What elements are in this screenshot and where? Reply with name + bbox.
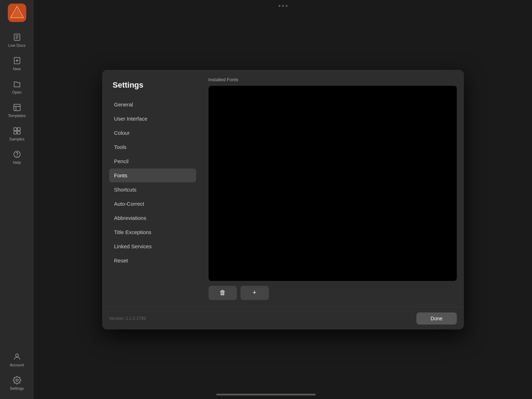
dot-2 bbox=[282, 5, 284, 7]
svg-point-20 bbox=[16, 379, 18, 381]
settings-nav-title-exceptions[interactable]: Title Exceptions bbox=[109, 225, 196, 239]
settings-nav-pencil[interactable]: Pencil bbox=[109, 154, 196, 168]
sidebar-item-open[interactable]: Open bbox=[3, 76, 31, 98]
plus-icon: + bbox=[253, 289, 256, 297]
delete-font-button[interactable]: 🗑 bbox=[209, 286, 237, 300]
account-icon bbox=[12, 352, 22, 361]
svg-rect-13 bbox=[14, 128, 17, 131]
settings-icon bbox=[12, 376, 22, 385]
settings-nav-shortcuts[interactable]: Shortcuts bbox=[109, 183, 196, 196]
open-icon bbox=[12, 79, 22, 89]
settings-nav: Settings General User Interface Colour T… bbox=[102, 70, 203, 307]
sidebar-item-label: Open bbox=[12, 90, 22, 94]
sidebar-item-settings[interactable]: Settings bbox=[3, 372, 31, 394]
svg-rect-10 bbox=[14, 104, 20, 111]
settings-nav-linked-services[interactable]: Linked Services bbox=[109, 239, 196, 253]
settings-dialog: Settings General User Interface Colour T… bbox=[102, 70, 464, 329]
dialog-footer: Version: 2.1.0.1799 Done bbox=[102, 307, 464, 329]
app-logo[interactable] bbox=[8, 4, 26, 22]
settings-nav-user-interface[interactable]: User Interface bbox=[109, 112, 196, 126]
settings-content: Installed Fonts 🗑 + bbox=[203, 70, 464, 307]
window-controls bbox=[278, 5, 287, 7]
sidebar-item-templates[interactable]: Templates bbox=[3, 99, 31, 121]
svg-rect-15 bbox=[14, 131, 17, 134]
add-font-button[interactable]: + bbox=[240, 286, 269, 300]
svg-rect-16 bbox=[17, 131, 20, 134]
sidebar-item-label: New bbox=[13, 67, 21, 71]
settings-nav-reset[interactable]: Reset bbox=[109, 254, 196, 267]
sidebar-item-label: Settings bbox=[10, 386, 24, 390]
sidebar: Live Docs New Open Templates Samples Hel… bbox=[0, 0, 34, 399]
svg-rect-14 bbox=[17, 128, 20, 131]
fonts-actions: 🗑 + bbox=[209, 286, 457, 300]
svg-point-18 bbox=[17, 156, 17, 156]
sidebar-item-label: Templates bbox=[8, 113, 26, 118]
home-indicator bbox=[216, 394, 316, 395]
done-button[interactable]: Done bbox=[416, 312, 456, 325]
trash-icon: 🗑 bbox=[220, 289, 226, 297]
main-area: Settings General User Interface Colour T… bbox=[34, 0, 532, 399]
live-docs-icon bbox=[12, 33, 22, 42]
settings-nav-colour[interactable]: Colour bbox=[109, 126, 196, 140]
settings-nav-general[interactable]: General bbox=[109, 98, 196, 111]
sidebar-item-account[interactable]: Account bbox=[3, 349, 31, 371]
version-text: Version: 2.1.0.1799 bbox=[109, 316, 146, 321]
settings-nav-abbreviations[interactable]: Abbreviations bbox=[109, 211, 196, 225]
sidebar-item-new[interactable]: New bbox=[3, 52, 31, 74]
sidebar-item-live-docs[interactable]: Live Docs bbox=[3, 29, 31, 51]
svg-point-19 bbox=[16, 354, 18, 357]
dialog-body: Settings General User Interface Colour T… bbox=[102, 70, 464, 307]
fonts-content-area bbox=[209, 86, 457, 281]
settings-nav-tools[interactable]: Tools bbox=[109, 140, 196, 154]
sidebar-item-label: Help bbox=[13, 160, 21, 165]
sidebar-item-label: Account bbox=[10, 363, 24, 367]
settings-title: Settings bbox=[109, 81, 196, 90]
installed-fonts-label: Installed Fonts bbox=[209, 77, 457, 82]
settings-nav-auto-correct[interactable]: Auto-Correct bbox=[109, 197, 196, 211]
settings-nav-fonts[interactable]: Fonts bbox=[109, 168, 196, 182]
dot-3 bbox=[286, 5, 287, 7]
templates-icon bbox=[12, 103, 22, 112]
sidebar-item-help[interactable]: Help bbox=[3, 146, 31, 168]
sidebar-item-label: Live Docs bbox=[8, 43, 25, 48]
new-icon bbox=[12, 56, 22, 65]
help-icon bbox=[12, 150, 22, 159]
samples-icon bbox=[12, 126, 22, 135]
sidebar-item-samples[interactable]: Samples bbox=[3, 123, 31, 145]
sidebar-item-label: Samples bbox=[9, 137, 24, 141]
dot-1 bbox=[278, 5, 280, 7]
